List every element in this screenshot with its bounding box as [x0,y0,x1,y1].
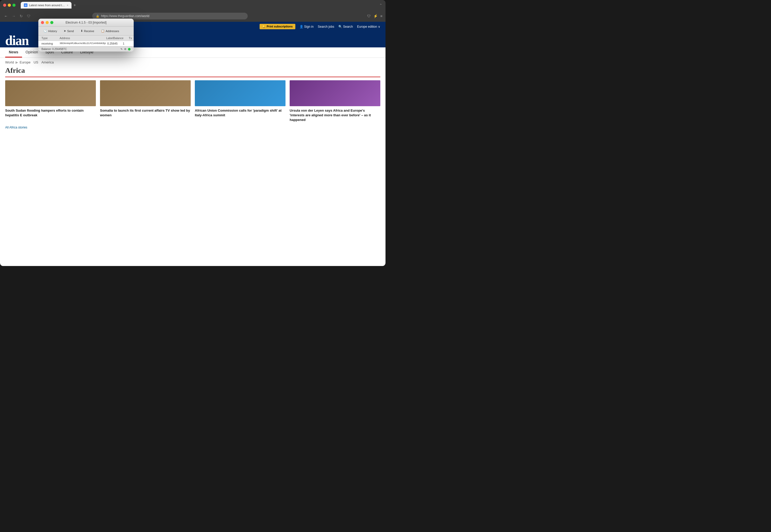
browser-lightning-icon[interactable]: ⚡ [373,14,378,18]
guardian-logo: dian [5,34,28,47]
print-subscriptions-button[interactable]: 🔔 Print subscriptions [260,24,295,29]
article-image-3 [290,80,380,106]
article-image-0 [5,80,96,106]
edit-icon[interactable]: ✎ [120,48,123,51]
settings-icon[interactable]: ⚙ [124,48,126,51]
send-button[interactable]: ➤ Send [61,28,77,34]
article-card-1[interactable]: Somalia to launch its first current affa… [100,80,191,123]
sign-in-button[interactable]: 👤 Sign in [299,25,314,28]
electrum-toolbar: 🕐 History ➤ Send ⬇ Receive 📋 Addresses [38,27,134,35]
search-button[interactable]: 🔍 Search [338,25,353,28]
traffic-lights [3,4,16,7]
breadcrumb: World ▶ Europe US America [5,60,380,64]
maximize-traffic-light[interactable] [12,4,16,7]
lock-icon: 🔒 [96,15,99,18]
refresh-button[interactable]: ↻ [19,13,24,19]
nav-item-news[interactable]: News [5,47,22,57]
active-tab[interactable]: G Latest news from around the w... × [21,2,72,9]
tab-title: Latest news from around the w... [29,4,65,7]
browser-frame: G Latest news from around the w... × + ⌃… [0,0,385,266]
article-title-1: Somalia to launch its first current affa… [100,108,191,118]
browser-actions: 🛡 ⚡ ≡ [367,14,382,18]
browser-shield-icon[interactable]: 🛡 [367,14,371,18]
electrum-close-button[interactable] [41,21,44,24]
breadcrumb-world[interactable]: World [5,60,14,64]
shield-nav-icon: 🛡 [26,13,32,19]
electrum-title: Electrum 4.1.5 - 03 [imported] [66,21,106,24]
electrum-statusbar: Balance: 0.25645BTC ✎ ⚙ [38,46,134,52]
breadcrumb-europe[interactable]: Europe [20,60,31,64]
title-bar: G Latest news from around the w... × + ⌃ [0,0,385,10]
article-title-2: African Union Commission calls for 'para… [195,108,285,118]
connection-status-dot [128,48,131,51]
article-card-3[interactable]: Ursula von der Leyen says Africa and Eur… [290,80,380,123]
history-button[interactable]: 🕐 History [40,28,60,34]
article-card-2[interactable]: African Union Commission calls for 'para… [195,80,285,123]
url-text: https://www.theguardian.com/world [101,14,149,18]
article-card-0[interactable]: South Sudan flooding hampers efforts to … [5,80,96,123]
forward-button[interactable]: → [11,13,17,19]
electrum-minimize-button[interactable] [46,21,49,24]
articles-grid: South Sudan flooding hampers efforts to … [5,80,380,123]
breadcrumb-us[interactable]: US [34,60,38,64]
window-control[interactable]: ⌃ [379,3,382,7]
section-title: Africa [5,66,380,77]
close-traffic-light[interactable] [3,4,6,7]
new-tab-button[interactable]: + [73,3,77,8]
table-row[interactable]: receiving 3BD6m6qHRJdkuxXe3BLiZLPZ14HtNM… [38,41,134,46]
browser-menu-icon[interactable]: ≡ [380,14,382,18]
article-title-3: Ursula von der Leyen says Africa and Eur… [290,108,380,123]
article-image-1 [100,80,191,106]
tab-favicon: G [24,3,27,7]
tab-close-button[interactable]: × [67,4,68,7]
article-image-2 [195,80,285,106]
minimize-traffic-light[interactable] [8,4,11,7]
status-icons: ✎ ⚙ [120,48,131,51]
addresses-button[interactable]: 📋 Addresses [98,28,122,34]
electrum-traffic-lights [41,21,53,24]
edition-button[interactable]: Europe edition ∨ [357,25,380,28]
breadcrumb-america[interactable]: America [41,60,54,64]
article-title-0: South Sudan flooding hampers efforts to … [5,108,96,118]
all-stories-link[interactable]: All Africa stories [5,126,380,129]
electrum-window: Electrum 4.1.5 - 03 [imported] 🕐 History… [38,19,134,52]
tab-bar: G Latest news from around the w... × + [21,2,377,9]
back-button[interactable]: ← [3,13,9,19]
electrum-maximize-button[interactable] [50,21,53,24]
table-header: Type Address Label Balance Tx [38,35,134,41]
receive-button[interactable]: ⬇ Receive [77,28,97,34]
electrum-titlebar: Electrum 4.1.5 - 03 [imported] [38,19,134,27]
search-jobs-button[interactable]: Search jobs [318,25,334,28]
balance-label: Balance: 0.25645BTC [41,48,67,51]
guardian-content: World ▶ Europe US America Africa South S… [0,58,385,132]
guardian-site: 🔔 Print subscriptions 👤 Sign in Search j… [0,22,385,266]
